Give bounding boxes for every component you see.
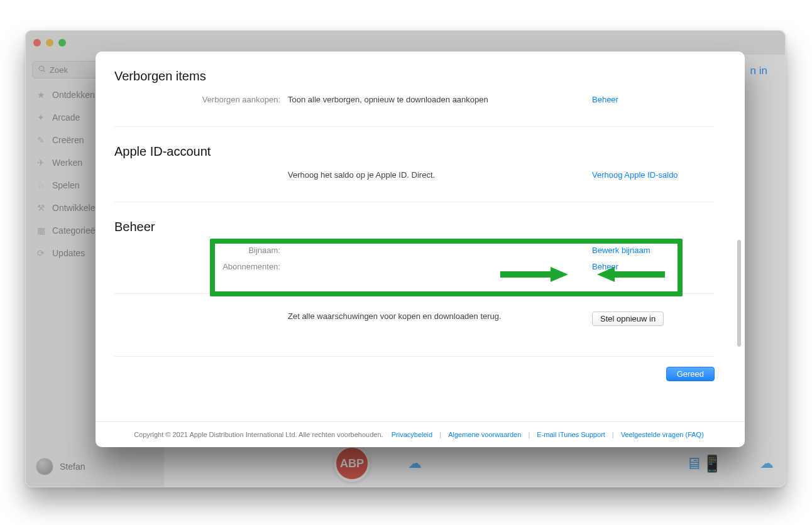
sidebar-item-label: Ontdekken: [52, 90, 95, 100]
hammer-icon: ⚒: [36, 203, 46, 213]
profile-name: Stefan: [60, 462, 85, 472]
done-bar: Gereed: [114, 356, 715, 386]
sidebar-item-label: Creëren: [52, 135, 84, 145]
manage-subscriptions-link[interactable]: Beheer: [592, 262, 715, 271]
update-icon: ⟳: [36, 248, 46, 258]
footer-link-terms[interactable]: Algemene voorwaarden: [448, 431, 521, 438]
sidebar-item-label: Updates: [52, 248, 85, 258]
arcade-icon: ✦: [36, 112, 46, 122]
row-text: Verhoog het saldo op je Apple ID. Direct…: [288, 170, 592, 180]
account-settings-modal: Verborgen items Verborgen aankopen: Toon…: [96, 51, 745, 447]
grid-icon: ▦: [36, 225, 46, 235]
row-apple-id-balance: Verhoog het saldo op je Apple ID. Direct…: [114, 170, 715, 184]
done-button[interactable]: Gereed: [666, 367, 715, 381]
svg-point-0: [39, 66, 44, 71]
manage-hidden-link[interactable]: Beheer: [592, 95, 715, 104]
sidebar-item-label: Categorieën: [52, 225, 100, 235]
background-app-thumbnails: ABP ☁ 🖥📱 ☁: [334, 445, 774, 482]
row-subscriptions: Abonnementen: Beheer: [114, 262, 715, 276]
section-apple-id: Apple ID-account Verhoog het saldo op je…: [114, 126, 715, 202]
sidebar-item-label: Ontwikkelen: [52, 203, 100, 213]
reset-warnings-button[interactable]: Stel opnieuw in: [592, 311, 664, 326]
footer-link-privacy[interactable]: Privacybeleid: [392, 431, 432, 438]
login-link[interactable]: n in: [750, 65, 767, 77]
search-placeholder: Zoek: [50, 65, 68, 75]
section-reset-warnings: Zet alle waarschuwingen voor kopen en do…: [114, 293, 715, 344]
edit-nickname-link[interactable]: Bewerk bijnaam: [592, 246, 715, 255]
modal-footer: Copyright © 2021 Apple Distribution Inte…: [96, 421, 745, 447]
devices-icon: 🖥📱: [686, 454, 722, 474]
profile[interactable]: Stefan: [32, 454, 158, 479]
section-manage: Beheer Bijnaam: Bewerk bijnaam Abonnemen…: [114, 202, 715, 293]
minimize-dot[interactable]: [46, 39, 53, 46]
plane-icon: ✈: [36, 158, 46, 168]
section-hidden-items: Verborgen items Verborgen aankopen: Toon…: [114, 69, 715, 126]
sidebar-item-label: Spelen: [52, 180, 80, 190]
section-title: Beheer: [114, 220, 715, 234]
row-nickname: Bijnaam: Bewerk bijnaam: [114, 246, 715, 259]
row-label: Verborgen aankopen:: [114, 95, 288, 104]
game-icon: ♘: [36, 180, 46, 190]
increase-balance-link[interactable]: Verhoog Apple ID-saldo: [592, 170, 715, 180]
sidebar-item-label: Arcade: [52, 112, 80, 122]
avatar: [36, 458, 53, 475]
scrollbar-thumb[interactable]: [737, 240, 741, 347]
abp-icon: ABP: [334, 445, 370, 482]
row-text: Zet alle waarschuwingen voor kopen en do…: [288, 311, 592, 321]
close-dot[interactable]: [33, 39, 41, 46]
row-hidden-purchases: Verborgen aankopen: Toon alle verborgen,…: [114, 95, 715, 109]
svg-line-1: [43, 70, 45, 72]
copyright-text: Copyright © 2021 Apple Distribution Inte…: [134, 431, 383, 438]
row-text: Toon alle verborgen, opnieuw te download…: [288, 95, 592, 104]
row-label: Bijnaam:: [114, 246, 288, 255]
zoom-dot[interactable]: [58, 39, 66, 46]
cloud-download-icon: ☁: [408, 455, 422, 472]
sidebar-item-label: Werken: [52, 158, 82, 168]
section-title: Apple ID-account: [114, 144, 715, 159]
pencil-icon: ✎: [36, 135, 46, 145]
footer-link-faq[interactable]: Veelgestelde vragen (FAQ): [621, 431, 704, 438]
traffic-lights: [33, 39, 66, 46]
search-icon: [38, 65, 46, 75]
section-title: Verborgen items: [114, 69, 715, 84]
row-label: Abonnementen:: [114, 262, 288, 271]
footer-link-support[interactable]: E-mail iTunes Support: [537, 431, 605, 438]
modal-content: Verborgen items Verborgen aankopen: Toon…: [96, 51, 745, 421]
star-icon: ★: [36, 90, 46, 100]
cloud-download-icon: ☁: [760, 455, 774, 472]
row-reset-warnings: Zet alle waarschuwingen voor kopen en do…: [114, 311, 715, 326]
